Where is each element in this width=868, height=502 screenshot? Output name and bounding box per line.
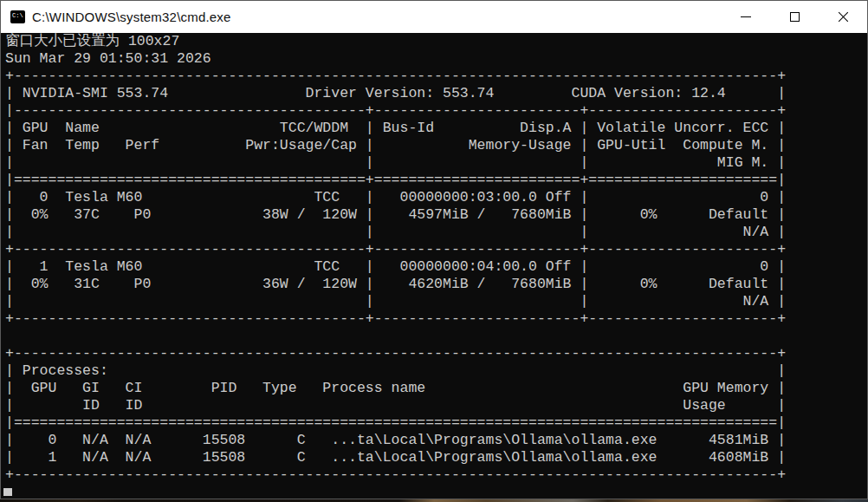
console-line-processes-title: | Processes: |: [5, 362, 867, 380]
console-line-process-row-0: | 0 N/A N/A 15508 C ...ta\Local\Programs…: [5, 432, 867, 449]
console-line-col-header-3: | | | MIG M. |: [5, 154, 867, 172]
titlebar[interactable]: C:\ C:\WINDOWS\system32\cmd.exe: [1, 1, 867, 33]
console-line: |---------------------------------------…: [5, 102, 867, 120]
console-line: +---------------------------------------…: [5, 241, 867, 258]
minimize-icon: [741, 16, 751, 17]
console-line-gpu0-row3: | | | N/A |: [5, 224, 867, 241]
window-title: C:\WINDOWS\system32\cmd.exe: [32, 10, 231, 24]
cmd-window: C:\ C:\WINDOWS\system32\cmd.exe 窗口大小已设置为…: [0, 0, 868, 499]
console-line-processes-header-2: | ID ID Usage |: [5, 397, 867, 414]
maximize-icon: [790, 12, 800, 22]
console-output: 窗口大小已设置为 100x27 Sun Mar 29 01:50:31 2026…: [1, 33, 867, 499]
console-line: |=======================================…: [5, 172, 867, 189]
console-line: [5, 484, 867, 499]
text-cursor: [3, 488, 12, 496]
close-icon: [837, 10, 850, 23]
console-line-col-header-1: | GPU Name TCC/WDDM | Bus-Id Disp.A | Vo…: [5, 120, 867, 137]
console-line-date: Sun Mar 29 01:50:31 2026: [5, 50, 867, 68]
minimize-button[interactable]: [722, 1, 770, 33]
console-line-gpu1-row1: | 1 Tesla M60 TCC | 00000000:04:00.0 Off…: [5, 258, 867, 276]
console-line-gpu1-row2: | 0% 31C P0 36W / 120W | 4620MiB / 7680M…: [5, 276, 867, 293]
maximize-button[interactable]: [770, 1, 819, 33]
console-line-smi-header: | NVIDIA-SMI 553.74 Driver Version: 553.…: [5, 85, 867, 102]
window-controls: [722, 1, 867, 33]
console-line: +---------------------------------------…: [5, 310, 867, 328]
console-line: +---------------------------------------…: [5, 68, 867, 85]
console-line-col-header-2: | Fan Temp Perf Pwr:Usage/Cap | Memory-U…: [5, 137, 867, 154]
console-line: +---------------------------------------…: [5, 466, 867, 484]
console-line: [5, 328, 867, 345]
console-line-gpu0-row1: | 0 Tesla M60 TCC | 00000000:03:00.0 Off…: [5, 189, 867, 206]
console-line-processes-header-1: | GPU GI CI PID Type Process name GPU Me…: [5, 380, 867, 397]
cmd-icon: C:\: [10, 10, 25, 23]
console-line-gpu0-row2: | 0% 37C P0 38W / 120W | 4597MiB / 7680M…: [5, 206, 867, 224]
console-line-gpu1-row3: | | | N/A |: [5, 293, 867, 310]
console-line-process-row-1: | 1 N/A N/A 15508 C ...ta\Local\Programs…: [5, 449, 867, 466]
cmd-icon-text: C:\: [10, 10, 23, 19]
console-line: +---------------------------------------…: [5, 345, 867, 362]
console-line-window-size-msg: 窗口大小已设置为 100x27: [5, 33, 867, 50]
console-line: |=======================================…: [5, 414, 867, 432]
close-button[interactable]: [819, 1, 867, 33]
